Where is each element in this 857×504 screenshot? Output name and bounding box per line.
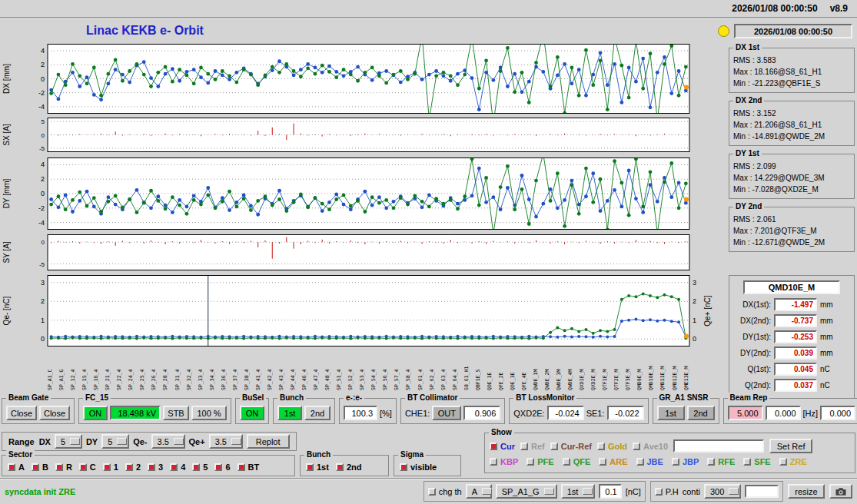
range-group: Range DX5DY5Qe-3.5Qe+3.5Replot bbox=[2, 432, 297, 451]
1st-button[interactable]: 1st bbox=[277, 406, 302, 420]
fc15-title: FC_15 bbox=[83, 393, 111, 403]
resize-button[interactable]: resize bbox=[788, 484, 825, 499]
dx-label: DX bbox=[39, 437, 51, 446]
svg-text:Qe+ [nC]: Qe+ [nC] bbox=[703, 295, 712, 327]
close-button[interactable]: Close bbox=[6, 406, 37, 420]
kbp-checkbox[interactable]: KBP bbox=[490, 457, 518, 466]
5-checkbox[interactable]: 5 bbox=[192, 463, 208, 472]
cur-checkbox[interactable]: Cur bbox=[490, 442, 515, 451]
bpm-label: SP_34_4 bbox=[210, 347, 215, 390]
show-group-title: Show bbox=[489, 427, 514, 438]
item-label: [%] bbox=[380, 409, 392, 418]
gold-checkbox[interactable]: Gold bbox=[597, 442, 627, 451]
3-5-dropdown[interactable]: 3.5 bbox=[209, 434, 243, 449]
100-button[interactable]: 100 % bbox=[191, 406, 227, 420]
ref-name-input[interactable] bbox=[673, 439, 764, 453]
monitor-row: DX(1st):-1.497mm bbox=[732, 298, 851, 311]
pfe-checkbox[interactable]: PFE bbox=[526, 457, 553, 466]
beam-rep-group: Beam Rep5.0000.000[Hz]0.000[%] bbox=[723, 398, 857, 424]
a-checkbox[interactable]: A bbox=[8, 463, 25, 472]
checkbox-box-icon bbox=[550, 443, 558, 450]
dx-2nd-label: DX(2nd): bbox=[732, 317, 771, 325]
set-ref-button[interactable]: Set Ref bbox=[769, 439, 812, 453]
a-dropdown[interactable]: A bbox=[466, 484, 492, 499]
sp-a1-g-dropdown[interactable]: SP_A1_G bbox=[496, 484, 557, 499]
5-dropdown[interactable]: 5 bbox=[101, 434, 129, 449]
svg-text:Qe- [nC]: Qe- [nC] bbox=[2, 296, 11, 325]
show-row1-items: CurRefCur-RefGoldAve10 bbox=[490, 442, 668, 451]
2nd-button[interactable]: 2nd bbox=[687, 406, 715, 420]
chg-th-checkbox[interactable]: chg th bbox=[428, 487, 462, 496]
cur-ref-checkbox[interactable]: Cur-Ref bbox=[550, 442, 592, 451]
status-bar: syncdata init ZRE chg thASP_A1_G1st0.1[n… bbox=[0, 478, 857, 504]
on-button[interactable]: ON bbox=[240, 406, 264, 420]
1st-dropdown[interactable]: 1st bbox=[561, 484, 595, 499]
1st-button[interactable]: 1st bbox=[657, 406, 685, 420]
dx-2nd-unit: mm bbox=[820, 317, 833, 325]
bpm-label: QBF1E_S bbox=[476, 347, 481, 390]
bpm-label: SP_21_4 bbox=[105, 347, 111, 390]
bpm-label: QXD1E_M bbox=[580, 347, 585, 390]
zre-checkbox[interactable]: ZRE bbox=[779, 457, 807, 466]
sigma-group: Sigmavisible bbox=[394, 455, 461, 476]
4-checkbox[interactable]: 4 bbox=[170, 463, 185, 472]
ref-checkbox[interactable]: Ref bbox=[520, 442, 545, 451]
replot-button[interactable]: Replot bbox=[247, 434, 290, 449]
are-checkbox[interactable]: ARE bbox=[599, 457, 627, 466]
linac-orbit-app: 2026/01/08 00:00:50 v8.9 Linac KEKB e- O… bbox=[0, 0, 857, 504]
3-checkbox[interactable]: 3 bbox=[148, 463, 163, 472]
dy-2nd-min: Min : -12.671@QWDE_2M bbox=[733, 237, 850, 248]
2nd-checkbox[interactable]: 2nd bbox=[336, 463, 362, 472]
sfe-checkbox[interactable]: SFE bbox=[743, 457, 770, 466]
checkbox-box-icon bbox=[526, 458, 534, 466]
b-checkbox[interactable]: B bbox=[32, 463, 48, 472]
close-button[interactable]: Close bbox=[39, 406, 70, 420]
jbe-checkbox[interactable]: JBE bbox=[636, 457, 663, 466]
1st-checkbox[interactable]: 1st bbox=[306, 463, 329, 472]
checkbox-box-icon bbox=[655, 488, 663, 496]
dy-2nd-label: DY(2nd): bbox=[732, 349, 771, 357]
threshold-cluster: chg thASP_A1_G1st0.1[nC] bbox=[424, 481, 646, 502]
beam-gate-title: Beam Gate bbox=[6, 393, 51, 403]
qfe-checkbox[interactable]: QFE bbox=[563, 457, 591, 466]
on-button[interactable]: ON bbox=[83, 406, 108, 420]
svg-text:2: 2 bbox=[41, 61, 45, 68]
qe-label: Qe+ bbox=[189, 437, 205, 446]
0-024-display: -0.024 bbox=[547, 406, 584, 420]
c-checkbox[interactable]: C bbox=[79, 463, 96, 472]
che1-label: CHE1: bbox=[405, 409, 430, 418]
bt-checkbox[interactable]: BT bbox=[238, 463, 260, 472]
sector-group: SectorABRC123456BT bbox=[2, 455, 295, 476]
p-h-checkbox[interactable]: P.H bbox=[655, 487, 679, 496]
camera-button[interactable] bbox=[829, 484, 852, 499]
r-checkbox[interactable]: R bbox=[55, 463, 72, 472]
checkbox-box-icon bbox=[8, 463, 15, 471]
rfe-checkbox[interactable]: RFE bbox=[707, 457, 735, 466]
1-checkbox[interactable]: 1 bbox=[103, 463, 118, 472]
out-button[interactable]: OUT bbox=[432, 406, 461, 420]
jbp-checkbox[interactable]: JBP bbox=[672, 457, 699, 466]
5-dropdown[interactable]: 5 bbox=[55, 434, 82, 449]
bpm-label: SP_12_4 bbox=[71, 347, 76, 390]
ave10-checkbox[interactable]: Ave10 bbox=[633, 442, 668, 451]
visible-checkbox[interactable]: visible bbox=[400, 463, 437, 472]
bpm-label: SP_41_4 bbox=[256, 347, 261, 390]
2-checkbox[interactable]: 2 bbox=[125, 463, 141, 472]
dy-1st-value: -0.253 bbox=[774, 330, 817, 343]
checkbox-box-icon bbox=[400, 463, 407, 471]
6-checkbox[interactable]: 6 bbox=[214, 463, 230, 472]
dropdown-notch-icon bbox=[70, 438, 80, 445]
stat-title-dx-1st: DX 1st bbox=[733, 42, 762, 53]
e-ratio-title: e-:e- bbox=[344, 393, 364, 403]
timestamp-display: 2026/01/08 00:00:50 bbox=[734, 24, 852, 38]
bpm-label: SP_22_4 bbox=[117, 347, 122, 390]
3-5-dropdown[interactable]: 3.5 bbox=[151, 434, 185, 449]
stb-button[interactable]: STB bbox=[163, 406, 189, 420]
fc15-group: FC_15ON18.498 kVSTB100 % bbox=[78, 398, 231, 424]
bpm-label: SP_28_4 bbox=[163, 347, 168, 390]
svg-text:2: 2 bbox=[41, 297, 45, 305]
extra-input[interactable] bbox=[745, 485, 779, 498]
300-dropdown[interactable]: 300 bbox=[704, 484, 741, 499]
bpm-label: SP_54_4 bbox=[371, 347, 377, 390]
2nd-button[interactable]: 2nd bbox=[304, 406, 331, 420]
